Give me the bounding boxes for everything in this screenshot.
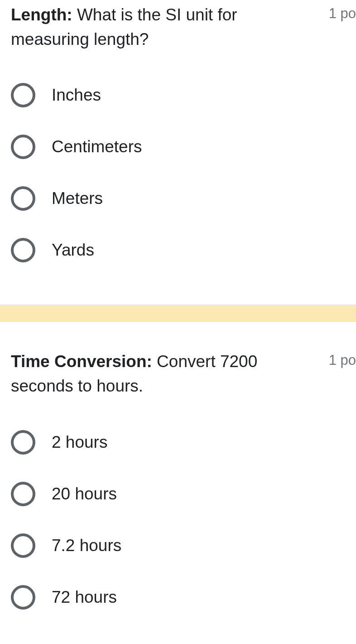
question-header: Length: What is the SI unit for measurin… [11,0,345,51]
option-centimeters[interactable]: Centimeters [11,135,345,159]
option-label: Centimeters [52,137,142,156]
options-group: 2 hours 20 hours 7.2 hours 72 hours [11,430,345,614]
option-72-hours[interactable]: 72 hours [11,585,345,610]
option-label: Meters [52,189,103,208]
options-group: Inches Centimeters Meters Yards [11,83,345,296]
question-header: Time Conversion: Convert 7200 seconds to… [11,347,345,398]
option-label: 20 hours [52,484,117,504]
question-points: 1 po [329,349,356,368]
question-card-2: Time Conversion: Convert 7200 seconds to… [0,347,356,614]
question-points: 1 po [329,3,356,22]
option-label: Inches [52,86,101,105]
option-label: 72 hours [52,588,117,607]
question-title: Length: What is the SI unit for measurin… [11,3,329,51]
option-yards[interactable]: Yards [11,238,345,262]
radio-icon [11,482,35,506]
separator-band [0,305,356,322]
question-prefix: Length: [11,5,72,24]
radio-icon [11,533,35,558]
question-card-1: Length: What is the SI unit for measurin… [0,0,356,296]
option-2-hours[interactable]: 2 hours [11,430,345,455]
option-label: 7.2 hours [52,536,121,555]
radio-icon [11,83,35,107]
radio-icon [11,186,35,211]
radio-icon [11,585,35,610]
radio-icon [11,135,35,159]
radio-icon [11,238,35,262]
option-label: 2 hours [52,433,107,452]
question-prefix: Time Conversion: [11,352,152,371]
option-meters[interactable]: Meters [11,186,345,211]
option-20-hours[interactable]: 20 hours [11,482,345,506]
option-label: Yards [52,241,94,260]
option-7-2-hours[interactable]: 7.2 hours [11,533,345,558]
question-title: Time Conversion: Convert 7200 seconds to… [11,349,329,398]
radio-icon [11,430,35,455]
option-inches[interactable]: Inches [11,83,345,107]
